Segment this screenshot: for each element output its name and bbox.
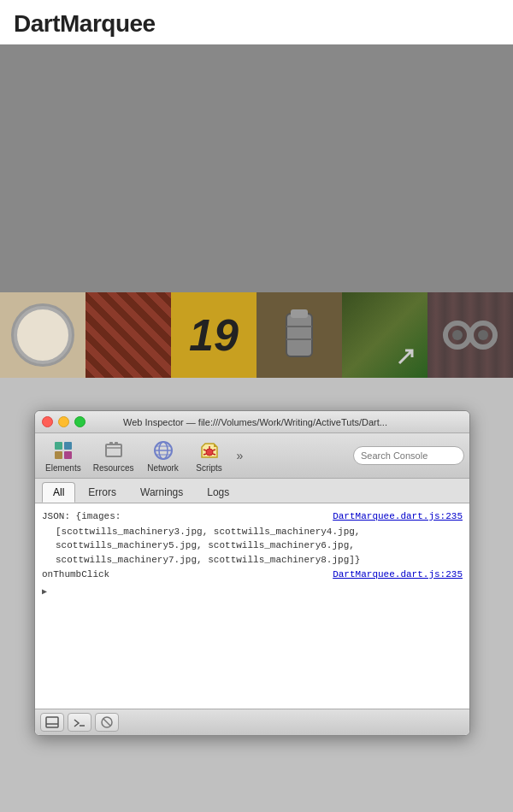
svg-rect-18 — [64, 442, 72, 450]
svg-rect-19 — [55, 451, 62, 459]
console-row-1: JSON: {images: DartMarquee.dart.js:235 — [42, 509, 463, 525]
svg-rect-9 — [286, 314, 312, 356]
inspector-bottom-toolbar — [35, 709, 469, 735]
console-row-2: onThumbClick DartMarquee.dart.js:235 — [42, 567, 463, 583]
tab-warnings[interactable]: Warnings — [129, 482, 194, 503]
tool-resources[interactable]: Resources — [88, 437, 139, 474]
inspector-titlebar: Web Inspector — file:///Volumes/Work/Wri… — [35, 411, 469, 433]
thumbnail-green[interactable] — [342, 292, 428, 378]
console-indent-1: [scottwills_machinery3.jpg, scottwills_m… — [42, 525, 463, 539]
dock-icon — [45, 716, 59, 728]
svg-line-36 — [203, 450, 206, 450]
dock-button[interactable] — [40, 713, 64, 732]
svg-rect-21 — [106, 444, 121, 456]
scripts-label: Scripts — [196, 463, 222, 473]
svg-rect-17 — [55, 442, 62, 450]
arrow-icon — [395, 342, 421, 368]
svg-point-15 — [452, 330, 463, 340]
svg-line-7 — [30, 320, 43, 335]
svg-point-0 — [13, 305, 73, 365]
tool-network[interactable]: Network — [141, 437, 186, 474]
svg-point-1 — [19, 311, 67, 359]
tab-logs[interactable]: Logs — [196, 482, 240, 503]
svg-point-32 — [206, 449, 213, 456]
web-inspector: Web Inspector — file:///Volumes/Work/Wri… — [34, 410, 470, 736]
clear-button[interactable] — [95, 713, 119, 732]
number-display: 19 — [189, 309, 239, 361]
svg-rect-23 — [109, 442, 113, 445]
console-tabs: All Errors Warnings Logs — [35, 479, 469, 503]
page-title: DartMarquee — [0, 0, 513, 44]
gauge-icon — [9, 301, 77, 369]
svg-line-5 — [21, 322, 27, 326]
svg-rect-38 — [46, 717, 58, 727]
thumbnail-chain[interactable] — [428, 292, 513, 378]
svg-point-16 — [478, 330, 488, 340]
resources-icon — [102, 438, 126, 462]
clear-icon — [100, 715, 114, 729]
network-label: Network — [147, 463, 179, 473]
console-icon — [73, 716, 86, 728]
thumbnail-number[interactable]: 19 — [171, 292, 256, 378]
tool-scripts[interactable]: Scripts — [187, 437, 232, 474]
tool-elements[interactable]: Elements — [40, 437, 86, 474]
svg-line-35 — [213, 454, 215, 455]
console-indent-3: scottwills_machinery7.jpg, scottwills_ma… — [42, 553, 463, 568]
svg-rect-24 — [115, 442, 118, 445]
expand-arrow[interactable]: ▶ — [42, 587, 47, 597]
tab-all[interactable]: All — [42, 482, 75, 503]
tab-errors[interactable]: Errors — [77, 482, 127, 503]
elements-label: Elements — [45, 463, 81, 473]
svg-line-42 — [103, 719, 110, 726]
scripts-icon — [198, 438, 221, 462]
canister-icon — [274, 305, 325, 365]
console-output: JSON: {images: DartMarquee.dart.js:235 [… — [35, 503, 469, 709]
inspector-title: Web Inspector — file:///Volumes/Work/Wri… — [48, 417, 463, 427]
search-area: Search Console — [248, 446, 464, 465]
browser-area: DartMarquee — [0, 0, 513, 378]
thumbnail-strip: 19 — [0, 292, 513, 378]
svg-rect-20 — [64, 451, 72, 459]
thumbnail-canister[interactable] — [256, 292, 342, 378]
svg-rect-10 — [291, 309, 308, 318]
chain-icon — [440, 305, 500, 365]
thumbnail-pipes[interactable] — [86, 292, 171, 378]
console-indent-2: scottwills_machinery5.jpg, scottwills_ma… — [42, 538, 463, 553]
svg-line-34 — [213, 450, 215, 450]
search-input[interactable] — [353, 446, 464, 465]
console-link-1[interactable]: DartMarquee.dart.js:235 — [333, 509, 463, 524]
console-toggle-button[interactable] — [68, 713, 91, 732]
network-icon — [151, 438, 175, 462]
console-text-1: JSON: {images: — [42, 509, 333, 524]
console-link-2[interactable]: DartMarquee.dart.js:235 — [333, 568, 463, 582]
svg-line-37 — [203, 454, 206, 455]
console-text-2: onThumbClick — [42, 568, 333, 582]
main-image — [0, 44, 513, 292]
thumbnail-gauge[interactable] — [0, 292, 86, 378]
resources-label: Resources — [93, 463, 134, 473]
inspector-toolbar: Elements Resources — [35, 433, 469, 479]
svg-point-8 — [39, 332, 46, 338]
svg-line-3 — [59, 322, 64, 326]
more-tools-button[interactable]: » — [233, 449, 247, 462]
elements-icon — [51, 438, 75, 462]
